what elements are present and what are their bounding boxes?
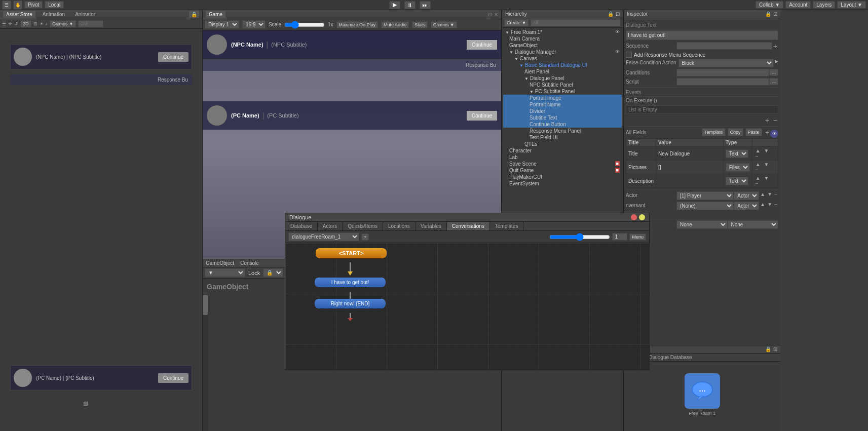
hierarchy-item-dialoguePanel[interactable]: ▼ Dialogue Panel: [503, 75, 622, 82]
field-pictures-type-select[interactable]: Files: [726, 163, 750, 172]
field-title-type-select[interactable]: Text: [726, 149, 748, 158]
conversant-down[interactable]: ▼: [766, 202, 773, 207]
hierarchy-item-dialogueManager[interactable]: ▼ Dialogue Manager 👁: [503, 49, 622, 55]
tab-animation[interactable]: Animation: [40, 11, 68, 18]
actor-down[interactable]: ▼: [766, 191, 773, 197]
hierarchy-item-basicUI[interactable]: ▼ Basic Standard Dialogue UI: [503, 62, 622, 68]
hierarchy-item-lab[interactable]: Lab: [503, 154, 622, 161]
fsm-scroll-thumb[interactable]: [203, 295, 208, 315]
hierarchy-item-responseMenu[interactable]: Response Menu Panel: [503, 128, 622, 134]
tab-animator[interactable]: Animator: [72, 11, 98, 18]
hierarchy-item-divider[interactable]: Divider: [503, 108, 622, 114]
conversant-remove[interactable]: −: [773, 202, 778, 207]
field-desc-input[interactable]: [658, 178, 721, 184]
inspector-lock-icon[interactable]: 🔒: [765, 11, 771, 17]
field-pictures-up[interactable]: ▲: [754, 162, 762, 167]
add-response-checkbox[interactable]: [626, 52, 632, 58]
create-button[interactable]: Create ▼: [504, 19, 529, 26]
tab-variables[interactable]: Variables: [416, 222, 447, 230]
hierarchy-search[interactable]: [531, 19, 621, 26]
local-button[interactable]: Local: [45, 1, 64, 9]
field-pictures-down[interactable]: ▼: [763, 162, 770, 167]
preview-continue-btn-2[interactable]: Continue: [467, 111, 497, 121]
account-button[interactable]: Account: [785, 1, 811, 9]
tab-asset-store[interactable]: Asset Store: [3, 11, 35, 18]
field-title-value[interactable]: [656, 147, 724, 161]
field-desc-value[interactable]: [656, 174, 724, 188]
hierarchy-item-portraitName[interactable]: Portrait Name: [503, 101, 622, 108]
template-btn[interactable]: Template: [702, 128, 726, 136]
maximize-on-play-button[interactable]: Maximize On Play: [336, 21, 379, 28]
hierarchy-item-character[interactable]: Character: [503, 147, 622, 154]
field-pictures-input[interactable]: [658, 165, 721, 170]
layout-button[interactable]: Layout ▼: [837, 1, 866, 9]
game-maximize-icon[interactable]: ⊡: [488, 12, 492, 17]
field-desc-up[interactable]: ▲: [754, 175, 762, 181]
hierarchy-item-textFieldUI[interactable]: Text Field UI: [503, 134, 622, 141]
bundle-select-1[interactable]: None: [676, 220, 728, 229]
fsm-select1[interactable]: ▼: [205, 268, 245, 277]
field-pictures-value[interactable]: [656, 161, 724, 174]
hierarchy-item-pcSubtitle[interactable]: ▼ PC Subtitle Panel: [503, 88, 622, 95]
dialogue-close-btn[interactable]: [631, 214, 637, 220]
dialogue-minimize-btn[interactable]: [639, 214, 645, 220]
false-condition-select[interactable]: Block: [678, 59, 774, 67]
node-dialogue-1[interactable]: I have to get out!: [315, 278, 386, 287]
continue-btn-top[interactable]: Continue: [158, 52, 188, 62]
stats-button[interactable]: Stats: [412, 21, 428, 28]
menu-btn[interactable]: Menu: [629, 233, 646, 241]
field-pictures-remove[interactable]: −: [754, 167, 760, 173]
tab-conversations[interactable]: Conversations: [447, 222, 490, 230]
paste-btn[interactable]: Paste: [745, 128, 762, 136]
field-title-input[interactable]: [658, 151, 721, 156]
tab-game[interactable]: Game: [206, 11, 225, 18]
zoom-value-input[interactable]: [612, 233, 627, 241]
play-button[interactable]: ▶: [389, 1, 400, 9]
scale-slider[interactable]: [284, 21, 325, 29]
field-title-down[interactable]: ▼: [763, 148, 770, 153]
left-lock-icon[interactable]: 🔒: [189, 11, 199, 18]
hierarchy-item-portraitImage[interactable]: Portrait Image: [503, 95, 622, 101]
eye-toggle-icon[interactable]: 👁: [770, 130, 778, 138]
zoom-slider[interactable]: [549, 233, 610, 241]
hierarchy-item-playmakerGUI[interactable]: PlayMakerGUI: [503, 174, 622, 180]
hand-icon[interactable]: ✋: [13, 1, 22, 10]
fsm-lock-select[interactable]: 🔒: [263, 268, 283, 277]
hierarchy-item-mainCamera[interactable]: Main Camera: [503, 35, 622, 42]
hierarchy-item-alertPanel[interactable]: Alert Panel: [503, 68, 622, 75]
inspector-maximize-icon[interactable]: ⊡: [773, 11, 777, 17]
light-icon[interactable]: ☀: [40, 21, 44, 26]
hierarchy-item-quitGame[interactable]: Quit Game ■: [503, 167, 622, 174]
hierarchy-item-canvas[interactable]: ▼ Canvas: [503, 55, 622, 62]
hierarchy-item-subtitleText[interactable]: Subtitle Text: [503, 114, 622, 121]
hierarchy-lock-icon[interactable]: 🔒: [608, 11, 614, 17]
actor-up[interactable]: ▲: [759, 191, 766, 197]
field-desc-remove[interactable]: −: [754, 181, 760, 186]
hierarchy-item-eventSystem[interactable]: EventSystem: [503, 180, 622, 187]
node-dialogue-2[interactable]: Right now! [END]: [315, 299, 386, 308]
asset-icon[interactable]: …: [685, 373, 720, 409]
gizmos-game-button[interactable]: Gizmos ▼: [431, 21, 457, 28]
hand-tool[interactable]: ☰: [2, 21, 6, 26]
tab-quests[interactable]: Quests/Items: [343, 222, 383, 230]
rotate-tool[interactable]: ↺: [14, 21, 18, 26]
dialogue-dropdown[interactable]: dialogueFreeRoam_1: [288, 232, 359, 241]
gizmos-button[interactable]: Gizmos ▼: [50, 20, 76, 27]
field-desc-down[interactable]: ▼: [763, 175, 770, 181]
events-plus-btn[interactable]: +: [764, 116, 770, 124]
eye-icon-dm[interactable]: 👁: [615, 49, 620, 54]
search-left-input[interactable]: [78, 20, 103, 27]
2d-button[interactable]: 2D: [20, 20, 31, 27]
field-title-up[interactable]: ▲: [754, 148, 762, 153]
add-field-btn[interactable]: +: [764, 128, 770, 136]
hierarchy-maximize-icon[interactable]: ⊡: [616, 11, 620, 17]
pivot-button[interactable]: Pivot: [24, 1, 43, 9]
hierarchy-item-qtes[interactable]: QTEs: [503, 141, 622, 147]
events-minus-btn[interactable]: −: [772, 116, 778, 124]
hierarchy-item-freeRoam[interactable]: ▼ Free Roam 1* 👁: [503, 29, 622, 35]
assets-lock-icon[interactable]: 🔒: [765, 346, 771, 352]
grid-icon[interactable]: ⊞: [33, 21, 37, 26]
console-tab[interactable]: Console: [240, 260, 259, 266]
layers-button[interactable]: Layers: [813, 1, 835, 9]
conversant-type-select[interactable]: Actor: [734, 202, 759, 210]
